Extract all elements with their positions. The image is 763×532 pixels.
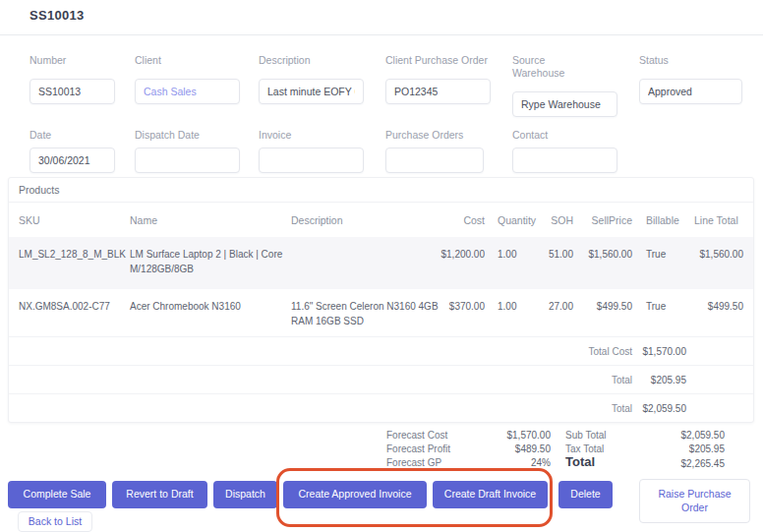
- sub-total-label: Sub Total: [565, 430, 607, 441]
- col-header-cost: Cost: [416, 213, 485, 229]
- status-field: Status Approved: [639, 54, 742, 104]
- complete-sale-button[interactable]: Complete Sale: [8, 481, 106, 508]
- col-header-billable: Billable: [646, 213, 690, 229]
- cell-sellprice: $499.50: [573, 299, 632, 314]
- col-header-soh: SOH: [532, 213, 573, 229]
- description-input[interactable]: Last minute EOFY Ord: [259, 79, 364, 104]
- cell-sku: NX.GM8SA.002-C77: [19, 299, 127, 314]
- date-input[interactable]: 30/06/2021: [29, 148, 115, 173]
- tax-total-row: Total $205.95: [9, 365, 753, 394]
- date-label: Date: [29, 129, 115, 142]
- page-title: SS10013: [29, 8, 85, 23]
- grand-total-label: Total: [612, 403, 632, 414]
- source-warehouse-label: Source Warehouse: [512, 54, 583, 80]
- date-field: Date 30/06/2021: [29, 129, 115, 173]
- header-divider: [0, 34, 763, 35]
- create-approved-invoice-button[interactable]: Create Approved Invoice: [283, 481, 427, 508]
- cell-line-total: $1,560.00: [694, 247, 743, 262]
- status-input[interactable]: Approved: [639, 79, 742, 104]
- source-warehouse-input[interactable]: Rype Warehouse: [512, 91, 617, 117]
- tax-total-label: Tax Total: [565, 443, 604, 454]
- source-warehouse-field: Source Warehouse Rype Warehouse: [512, 54, 617, 117]
- cell-soh: 51.00: [532, 247, 573, 262]
- client-purchase-order-input[interactable]: PO12345: [385, 79, 491, 104]
- col-header-sellprice: SellPrice: [573, 213, 632, 229]
- col-header-line-total: Line Total: [694, 213, 743, 229]
- cell-cost: $1,200.00: [416, 247, 485, 262]
- total-cost-value: $1,570.00: [643, 346, 687, 357]
- tax-total-value: $205.95: [689, 443, 725, 454]
- number-field: Number SS10013: [29, 54, 115, 104]
- client-link[interactable]: Cash Sales: [144, 86, 197, 97]
- cell-billable: True: [646, 299, 690, 314]
- col-header-sku: SKU: [19, 213, 127, 229]
- client-label: Client: [135, 54, 240, 67]
- col-header-name: Name: [130, 213, 285, 229]
- dispatch-button[interactable]: Dispatch: [213, 481, 277, 508]
- client-input[interactable]: Cash Sales: [135, 79, 240, 104]
- cell-line-total: $499.50: [694, 299, 743, 314]
- dispatch-date-input[interactable]: [135, 148, 240, 173]
- grand-total-row: Total $2,059.50: [9, 393, 753, 423]
- forecast-cost-label: Forecast Cost: [386, 430, 447, 441]
- purchase-orders-field: Purchase Orders: [385, 129, 484, 173]
- number-label: Number: [29, 54, 115, 67]
- total-label: Total: [565, 454, 595, 469]
- sub-total-value: $2,059.50: [681, 430, 726, 441]
- number-input[interactable]: SS10013: [29, 79, 115, 104]
- grand-total-value: $2,059.50: [643, 403, 687, 414]
- contact-label: Contact: [512, 129, 617, 142]
- purchase-orders-label: Purchase Orders: [385, 129, 484, 142]
- table-row: LM_SL2_128_8_M_BLK LM Surface Laptop 2 |…: [9, 237, 753, 289]
- create-draft-invoice-button[interactable]: Create Draft Invoice: [433, 481, 548, 508]
- products-section-label: Products: [19, 184, 59, 196]
- invoice-label: Invoice: [259, 129, 364, 142]
- forecast-profit-value: $489.50: [515, 443, 551, 454]
- tax-total-value: $205.95: [651, 375, 686, 385]
- cell-sku: LM_SL2_128_8_M_BLK: [19, 247, 127, 262]
- products-card: Products SKU Name Description Cost Quant…: [8, 177, 754, 423]
- description-field: Description Last minute EOFY Ord: [259, 54, 364, 104]
- forecast-cost-value: $1,570.00: [507, 430, 552, 441]
- products-table-header: SKU Name Description Cost Quantity SOH S…: [9, 202, 753, 237]
- forecast-gp-value: 24%: [531, 457, 551, 468]
- tax-total-label: Total: [612, 375, 632, 385]
- client-purchase-order-field: Client Purchase Order PO12345: [385, 54, 491, 104]
- contact-field: Contact: [512, 129, 617, 173]
- forecast-gp-label: Forecast GP: [386, 457, 441, 468]
- dispatch-date-label: Dispatch Date: [135, 129, 240, 142]
- total-cost-row: Total Cost $1,570.00: [9, 336, 753, 366]
- client-field: Client Cash Sales: [135, 54, 240, 104]
- delete-button[interactable]: Delete: [558, 481, 613, 508]
- invoice-input[interactable]: [259, 148, 364, 173]
- sales-order-page: SS10013 Number SS10013 Client Cash Sales…: [0, 0, 763, 532]
- cell-name: LM Surface Laptop 2 | Black | Core M/128…: [130, 247, 285, 276]
- dispatch-date-field: Dispatch Date: [135, 129, 240, 173]
- total-cost-label: Total Cost: [589, 346, 632, 357]
- status-label: Status: [639, 54, 742, 67]
- description-label: Description: [259, 54, 364, 67]
- cell-billable: True: [646, 247, 690, 262]
- cell-soh: 27.00: [532, 299, 573, 314]
- forecast-profit-label: Forecast Profit: [386, 443, 450, 454]
- invoice-field: Invoice: [259, 129, 364, 173]
- cell-cost: $370.00: [416, 299, 485, 314]
- cell-sellprice: $1,560.00: [573, 247, 632, 262]
- table-row: NX.GM8SA.002-C77 Acer Chromebook N3160 1…: [9, 289, 753, 336]
- client-purchase-order-label: Client Purchase Order: [385, 54, 491, 67]
- raise-purchase-order-button[interactable]: Raise Purchase Order: [639, 479, 750, 523]
- contact-input[interactable]: [512, 148, 617, 173]
- purchase-orders-input[interactable]: [385, 148, 484, 173]
- back-to-list-button[interactable]: Back to List: [18, 511, 92, 532]
- cell-name: Acer Chromebook N3160: [130, 299, 285, 314]
- total-value: $2,265.45: [681, 458, 726, 469]
- revert-to-draft-button[interactable]: Revert to Draft: [112, 481, 207, 508]
